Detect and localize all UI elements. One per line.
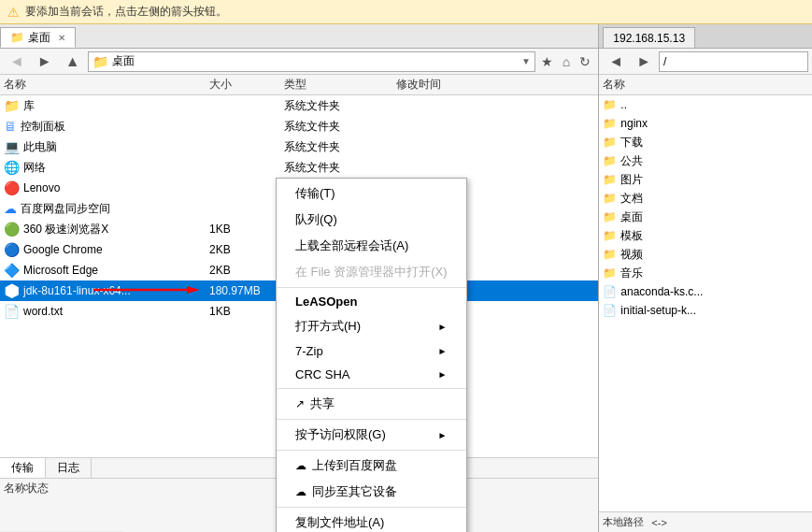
col-header-type[interactable]: 类型 [284, 77, 396, 93]
list-item[interactable]: 🖥控制面板 系统文件夹 [0, 116, 598, 137]
computer-icon: 💻 [4, 139, 20, 154]
up-button[interactable]: ▲ [60, 52, 86, 71]
list-item[interactable]: 📁nginx [599, 114, 812, 133]
tab-transfer[interactable]: 传输 [0, 458, 46, 478]
list-item[interactable]: 📁下载 [599, 133, 812, 151]
folder-icon: 📁 [603, 117, 617, 130]
txt-file-icon: 📄 [4, 304, 20, 319]
folder-icon: 📁 [603, 154, 617, 167]
jdk-file-icon: 📦 [4, 283, 20, 298]
ctx-open-with[interactable]: 打开方式(H) ► [277, 313, 466, 339]
right-address-bar[interactable] [659, 51, 808, 72]
right-toolbar: ◄ ► [599, 49, 812, 75]
left-toolbar: ◄ ► ▲ 📁 ▼ ★ ⌂ ↻ [0, 49, 598, 75]
server-tab[interactable]: 192.168.15.13 [603, 27, 695, 48]
folder-icon: 📁 [603, 173, 617, 186]
back-button[interactable]: ◄ [4, 52, 30, 71]
list-item[interactable]: 📁库 系统文件夹 [0, 95, 598, 116]
col-header-name[interactable]: 名称 [4, 77, 209, 93]
list-item[interactable]: 📄initial-setup-k... [599, 301, 812, 320]
ctx-separator-2 [277, 388, 466, 389]
ctx-copy-path[interactable]: 复制文件地址(A) [277, 510, 466, 532]
home-button[interactable]: ⌂ [559, 52, 574, 71]
tab-close-button[interactable]: ✕ [58, 33, 65, 43]
bottom-col-headers: 名称 状态 [0, 479, 123, 532]
folder-icon: 📁 [603, 229, 617, 242]
notification-bar: ⚠ 要添加当前会话，点击左侧的箭头按钮。 [0, 0, 812, 24]
address-input[interactable] [112, 55, 518, 68]
ctx-share[interactable]: ↗共享 [277, 391, 466, 417]
list-item[interactable]: 📁音乐 [599, 264, 812, 282]
col-header-size[interactable]: 大小 [209, 77, 284, 93]
context-menu: 传输(T) 队列(Q) 上载全部远程会话(A) 在 File 资源管理器中打开(… [276, 178, 467, 532]
list-item[interactable]: 📁图片 [599, 170, 812, 189]
refresh-button[interactable]: ↻ [576, 52, 594, 71]
arrow-indicator: <-> [651, 517, 667, 528]
baidu-icon: ☁ [4, 201, 17, 216]
tab-label: 桌面 [28, 30, 50, 46]
lenovo-icon: 🔴 [4, 180, 20, 195]
folder-icon: 📁 [10, 31, 24, 44]
col-header-modified[interactable]: 修改时间 [396, 77, 536, 93]
ctx-open-explorer: 在 File 资源管理器中打开(X) [277, 259, 466, 285]
list-item[interactable]: 📁桌面 [599, 208, 812, 226]
list-item[interactable]: 📁.. [599, 95, 812, 114]
ctx-leasopen[interactable]: LeASOpen [277, 290, 466, 313]
forward-button[interactable]: ► [32, 52, 58, 71]
edge-icon: 🔷 [4, 263, 20, 278]
ctx-queue[interactable]: 队列(Q) [277, 207, 466, 233]
baidu-cloud-icon: ☁ [295, 459, 306, 472]
list-item[interactable]: 📄anaconda-ks.c... [599, 282, 812, 301]
ctx-separator-4 [277, 450, 466, 451]
control-panel-icon: 🖥 [4, 119, 17, 134]
right-panel: 192.168.15.13 ◄ ► 名称 📁.. 📁nginx 📁下载 [599, 24, 812, 532]
tab-desktop[interactable]: 📁 桌面 ✕ [0, 27, 76, 48]
right-back-button[interactable]: ◄ [603, 52, 629, 71]
ctx-crc-sha[interactable]: CRC SHA ► [277, 363, 466, 386]
tab-log[interactable]: 日志 [46, 458, 92, 478]
ctx-sync-devices[interactable]: ☁同步至其它设备 [277, 479, 466, 505]
360-icon: 🟢 [4, 222, 20, 237]
address-folder-icon: 📁 [93, 54, 108, 69]
list-item[interactable]: 📁模板 [599, 226, 812, 245]
list-item[interactable]: 📁文档 [599, 189, 812, 208]
ctx-sync: ☁同步至其它设备 [295, 483, 397, 500]
bottom-col-name: 名称 [4, 481, 26, 529]
folder-icon: 📁 [603, 248, 617, 261]
ctx-7zip[interactable]: 7-Zip ► [277, 339, 466, 363]
right-file-list: 📁.. 📁nginx 📁下载 📁公共 📁图片 📁文档 📁桌面 📁模板 [599, 95, 812, 511]
ctx-arrow: ► [438, 430, 448, 440]
right-forward-button[interactable]: ► [631, 52, 657, 71]
list-item[interactable]: 📁公共 [599, 151, 812, 170]
ctx-arrow: ► [438, 369, 448, 380]
folder-icon: 📁 [603, 136, 617, 149]
ctx-grant-access[interactable]: 按予访问权限(G) ► [277, 422, 466, 448]
local-path-label: 本地路径 [603, 515, 644, 529]
bookmark-button[interactable]: ★ [537, 52, 557, 71]
tabs-bar: 📁 桌面 ✕ [0, 24, 598, 49]
column-headers: 名称 大小 类型 修改时间 [0, 75, 598, 95]
list-item[interactable]: 💻此电脑 系统文件夹 [0, 137, 598, 157]
ctx-arrow: ► [438, 322, 448, 332]
address-dropdown-arrow[interactable]: ▼ [521, 56, 531, 66]
ctx-label: 7-Zip [295, 344, 323, 358]
chrome-icon: 🔵 [4, 242, 20, 257]
ctx-label: 打开方式(H) [295, 318, 361, 335]
folder-icon: 📁 [603, 98, 617, 111]
right-address-input[interactable] [663, 55, 804, 68]
network-icon: 🌐 [4, 160, 20, 175]
ctx-baidu-upload: ☁上传到百度网盘 [295, 457, 397, 474]
list-item[interactable]: 📁视频 [599, 245, 812, 264]
ctx-separator-3 [277, 419, 466, 420]
ctx-transfer[interactable]: 传输(T) [277, 180, 466, 207]
address-bar[interactable]: 📁 ▼ [88, 51, 535, 72]
list-item[interactable]: 🌐网络 系统文件夹 [0, 157, 598, 178]
ctx-label: CRC SHA [295, 367, 350, 381]
folder-icon: 📁 [603, 210, 617, 223]
ctx-share-with-icon: ↗共享 [295, 395, 335, 412]
ctx-upload-all[interactable]: 上载全部远程会话(A) [277, 233, 466, 259]
ctx-upload-baidu[interactable]: ☁上传到百度网盘 [277, 453, 466, 479]
file-icon: 📄 [603, 304, 617, 317]
server-tab-label: 192.168.15.13 [613, 32, 685, 45]
folder-icon: 📁 [603, 266, 617, 280]
